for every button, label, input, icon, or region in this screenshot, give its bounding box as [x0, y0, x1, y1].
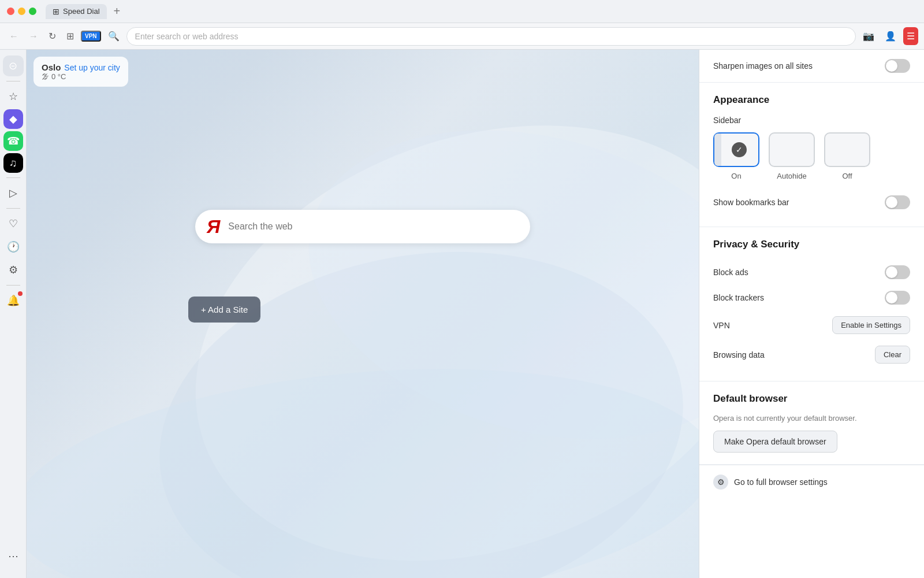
reload-icon: ↻	[49, 31, 56, 42]
sharpen-images-row: Sharpen images on all sites	[699, 50, 924, 83]
main-layout: ⊝ ☆ ◆ ☎ ♫ ▷ ♡ 🕐 ⚙ 🔔	[0, 50, 924, 578]
make-default-browser-button[interactable]: Make Opera default browser	[713, 431, 837, 453]
full-settings-link[interactable]: ⚙ Go to full browser settings	[699, 465, 924, 499]
check-mark: ✓	[732, 142, 747, 157]
content-search-bar[interactable]: Я	[195, 210, 530, 243]
back-icon: ←	[9, 31, 18, 42]
minimize-button[interactable]	[18, 8, 25, 15]
tab-icon: ⊞	[53, 7, 59, 16]
weather-temp: 🌫 0 °C	[42, 72, 120, 81]
grid-view-button[interactable]: ⊞	[63, 27, 77, 45]
vpn-badge[interactable]: VPN	[81, 31, 101, 42]
search-input[interactable]	[228, 221, 519, 232]
profile-button[interactable]: 👤	[881, 27, 900, 45]
maximize-button[interactable]	[29, 8, 36, 15]
active-tab[interactable]: ⊞ Speed Dial	[46, 4, 107, 19]
whatsapp-icon: ☎	[7, 135, 20, 147]
sidebar-item-notifications[interactable]: 🔔	[3, 290, 24, 311]
sidebar-item-star[interactable]: ☆	[3, 86, 24, 107]
weather-icon: 🌫	[42, 72, 49, 81]
tab-area: ⊞ Speed Dial +	[46, 2, 125, 20]
search-nav-button[interactable]: 🔍	[105, 27, 123, 45]
sidebar-divider-3	[6, 208, 20, 209]
menu-button[interactable]: ☰	[903, 27, 918, 45]
sidebar-autohide-label: Autohide	[777, 172, 806, 180]
sidebar: ⊝ ☆ ◆ ☎ ♫ ▷ ♡ 🕐 ⚙ 🔔	[0, 50, 27, 578]
privacy-section: Privacy & Security Block ads Block track…	[699, 227, 924, 381]
svg-point-1	[131, 212, 699, 578]
bookmarks-bar-row: Show bookmarks bar	[713, 190, 910, 215]
sidebar-item-tiktok[interactable]: ♫	[3, 153, 23, 173]
sidebar-item-more[interactable]: ⋯	[3, 546, 24, 566]
clear-button[interactable]: Clear	[875, 346, 910, 364]
reload-button[interactable]: ↻	[45, 27, 59, 45]
grid-icon: ⊞	[66, 31, 74, 42]
block-ads-toggle[interactable]	[885, 265, 910, 279]
navbar-right: 📷 👤 ☰	[859, 27, 918, 45]
heart-icon: ♡	[9, 217, 18, 230]
default-browser-description: Opera is not currently your default brow…	[713, 414, 910, 423]
address-text: Enter search or web address	[135, 32, 239, 41]
settings-icon: ⚙	[9, 264, 18, 276]
sidebar-off-label: Off	[842, 172, 852, 180]
browsing-data-row: Browsing data Clear	[713, 340, 910, 369]
default-browser-section: Default browser Opera is not currently y…	[699, 381, 924, 465]
sidebar-item-whatsapp[interactable]: ☎	[3, 131, 23, 151]
setup-city-link[interactable]: Set up your city	[64, 63, 120, 72]
sidebar-item-news[interactable]: ▷	[3, 183, 24, 203]
svg-point-2	[274, 82, 699, 487]
tiktok-icon: ♫	[9, 157, 17, 169]
gear-icon: ⚙	[713, 475, 728, 490]
sharpen-images-label: Sharpen images on all sites	[713, 61, 813, 71]
sidebar-option-on[interactable]: ✓ On	[713, 132, 759, 180]
close-button[interactable]	[7, 8, 14, 15]
sidebar-label: Sidebar	[713, 116, 741, 125]
add-site-button[interactable]: + Add a Site	[188, 297, 260, 323]
block-trackers-row: Block trackers	[713, 285, 910, 310]
weather-temperature: 0 °C	[51, 72, 66, 81]
sidebar-item-home[interactable]: ⊝	[3, 55, 24, 76]
address-bar[interactable]: Enter search or web address	[126, 27, 856, 46]
sidebar-options: ✓ On Autohide Off	[713, 132, 910, 180]
new-tab-button[interactable]: +	[109, 2, 125, 20]
weather-widget: Oslo Set up your city 🌫 0 °C	[33, 57, 128, 87]
appearance-section: Appearance Sidebar ✓ On Autohide	[699, 83, 924, 227]
home-icon: ⊝	[9, 60, 17, 72]
sidebar-divider-1	[6, 81, 20, 81]
privacy-title: Privacy & Security	[713, 239, 910, 250]
sidebar-divider-4	[6, 285, 20, 286]
sharpen-toggle[interactable]	[885, 59, 910, 73]
vpn-setting-label: VPN	[713, 321, 730, 330]
camera-button[interactable]: 📷	[859, 27, 878, 45]
sidebar-option-off-box	[824, 132, 870, 167]
block-ads-knob	[886, 266, 897, 278]
vpn-enable-button[interactable]: Enable in Settings	[832, 316, 910, 334]
star-icon: ☆	[9, 90, 18, 103]
sidebar-item-heart[interactable]: ♡	[3, 213, 24, 234]
block-trackers-label: Block trackers	[713, 293, 764, 302]
bookmarks-bar-toggle[interactable]	[885, 195, 910, 209]
back-button[interactable]: ←	[6, 28, 22, 45]
titlebar: ⊞ Speed Dial +	[0, 0, 924, 23]
sidebar-item-messenger[interactable]: ◆	[3, 109, 23, 129]
sidebar-option-off[interactable]: Off	[824, 132, 870, 180]
toggle-knob	[886, 60, 897, 72]
sidebar-on-label: On	[731, 172, 741, 180]
sidebar-divider-2	[6, 177, 20, 178]
sidebar-item-history[interactable]: 🕐	[3, 236, 24, 257]
sidebar-option-autohide[interactable]: Autohide	[769, 132, 815, 180]
block-ads-label: Block ads	[713, 268, 748, 277]
sidebar-preview	[714, 134, 721, 166]
menu-icon: ☰	[907, 31, 915, 42]
browsing-data-label: Browsing data	[713, 350, 765, 360]
messenger-icon: ◆	[9, 113, 17, 125]
profile-icon: 👤	[885, 31, 896, 42]
forward-button[interactable]: →	[25, 28, 42, 45]
appearance-title: Appearance	[713, 94, 910, 106]
sidebar-item-settings[interactable]: ⚙	[3, 260, 24, 280]
weather-city: Oslo	[42, 62, 61, 72]
default-browser-title: Default browser	[713, 393, 910, 405]
news-icon: ▷	[9, 187, 17, 199]
bookmarks-bar-label: Show bookmarks bar	[713, 198, 789, 207]
block-trackers-toggle[interactable]	[885, 291, 910, 305]
